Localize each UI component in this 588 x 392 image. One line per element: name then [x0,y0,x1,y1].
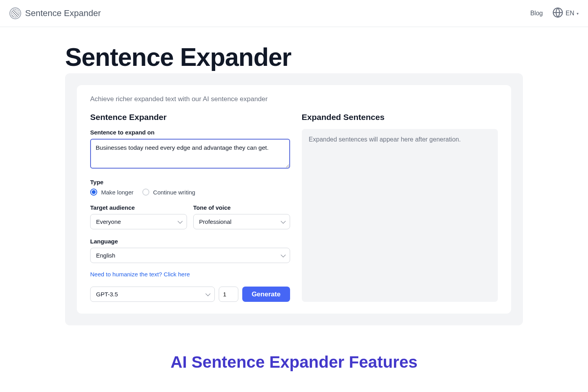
target-audience-select[interactable]: Everyone [90,214,187,229]
select-value: Professional [199,218,232,225]
outer-card: Achieve richer expanded text with our AI… [65,73,523,325]
tone-label: Tone of voice [193,204,290,211]
blog-link[interactable]: Blog [530,10,543,17]
output-placeholder: Expanded sentences will appear here afte… [309,136,461,143]
radio-continue-writing[interactable]: Continue writing [142,189,196,196]
select-value: Everyone [96,218,121,225]
radio-dot-icon [142,189,149,196]
output-box: Expanded sentences will appear here afte… [302,129,498,302]
output-column: Expanded Sentences Expanded sentences wi… [302,113,498,302]
input-column: Sentence Expander Sentence to expand on … [90,113,290,302]
select-value: English [96,252,115,259]
nav-right: Blog EN ▾ [530,7,579,20]
header: Sentence Expander Blog EN ▾ [0,0,588,27]
language-picker[interactable]: EN ▾ [552,7,579,20]
page-title: Sentence Expander [65,43,523,72]
logo-icon [9,7,21,19]
brand-name: Sentence Expander [25,8,101,18]
brand[interactable]: Sentence Expander [9,7,101,19]
type-label: Type [90,179,290,185]
language-label: Language [90,238,290,245]
radio-label: Make longer [101,189,134,196]
type-radio-group: Make longer Continue writing [90,189,290,196]
subtitle: Achieve richer expanded text with our AI… [90,95,498,103]
generate-button[interactable]: Generate [242,287,290,302]
features-heading: AI Sentence Expander Features [65,353,523,372]
radio-dot-icon [90,189,97,196]
select-value: GPT-3.5 [96,291,118,298]
radio-make-longer[interactable]: Make longer [90,189,134,196]
humanize-link[interactable]: Need to humanize the text? Click here [90,271,190,278]
model-select[interactable]: GPT-3.5 [90,287,215,302]
sentence-input[interactable] [90,139,290,169]
sentence-label: Sentence to expand on [90,129,290,136]
language-select[interactable]: English [90,248,290,263]
globe-icon [552,7,563,20]
target-audience-label: Target audience [90,204,187,211]
tool-card: Achieve richer expanded text with our AI… [77,85,511,314]
chevron-down-icon: ▾ [577,11,579,16]
output-heading: Expanded Sentences [302,113,498,122]
input-heading: Sentence Expander [90,113,290,122]
language-code: EN [566,10,574,17]
radio-label: Continue writing [153,189,196,196]
quantity-input[interactable] [219,287,238,302]
tone-select[interactable]: Professional [193,214,290,229]
